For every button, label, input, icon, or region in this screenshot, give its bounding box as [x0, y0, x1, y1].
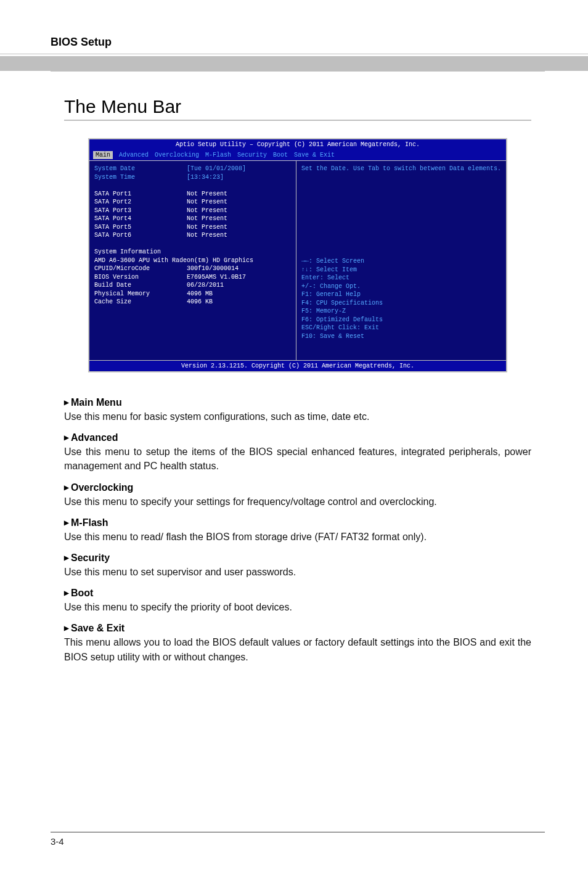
bios-right-pane: Set the Date. Use Tab to switch between …: [296, 161, 506, 360]
bios-row: CPUID/MicroCode300f10/3000014: [94, 265, 291, 273]
bios-row: Build Date06/28/2011: [94, 281, 291, 290]
page-footer: 3-4: [51, 832, 545, 847]
menu-item-desc: Use this menu for basic system configura…: [64, 409, 531, 424]
bios-tab-boot[interactable]: Boot: [273, 151, 288, 160]
bios-titlebar: Aptio Setup Utility – Copyright (C) 2011…: [89, 139, 506, 150]
menu-item-title: Main Menu: [64, 397, 531, 408]
bios-tab-security[interactable]: Security: [237, 151, 267, 160]
menu-item-title: Overclocking: [64, 482, 531, 493]
menu-item-desc: Use this menu to specify the priority of…: [64, 600, 531, 614]
page-title: The Menu Bar: [64, 96, 531, 117]
bios-key-hint: →←: Select Screen: [301, 257, 501, 266]
bios-key-hint: Enter: Select: [301, 274, 501, 282]
bios-footer: Version 2.13.1215. Copyright (C) 2011 Am…: [89, 360, 506, 372]
bios-row: SATA Port6Not Present: [94, 231, 291, 240]
menu-item: Save & ExitThis menu allows you to load …: [64, 623, 531, 663]
bios-key-hint: F10: Save & Reset: [301, 332, 501, 341]
page-number: 3-4: [51, 836, 64, 847]
menu-item: BootUse this menu to specify the priorit…: [64, 588, 531, 614]
menu-item: OverclockingUse this menu to specify you…: [64, 482, 531, 509]
bios-body: System Date[Tue 01/01/2008]System Time[1…: [89, 160, 506, 360]
bios-key-hint: F4: CPU Specifications: [301, 299, 501, 308]
bios-key-hint: F5: Memory-Z: [301, 307, 501, 316]
bios-row: SATA Port1Not Present: [94, 190, 291, 199]
menu-item: SecurityUse this menu to set supervisor …: [64, 552, 531, 579]
bios-row: SATA Port5Not Present: [94, 223, 291, 232]
bios-tab-overclocking[interactable]: Overclocking: [155, 151, 199, 160]
menu-item-desc: Use this menu to setup the items of the …: [64, 445, 531, 473]
menu-item-title: M-Flash: [64, 517, 531, 528]
bios-help-text: Set the Date. Use Tab to switch between …: [296, 161, 506, 218]
bios-tab-advanced[interactable]: Advanced: [119, 151, 149, 160]
menu-item-title: Save & Exit: [64, 623, 531, 634]
bios-row: Cache Size4096 KB: [94, 298, 291, 306]
bios-tab-save-exit[interactable]: Save & Exit: [294, 151, 335, 160]
title-rule: [64, 120, 531, 121]
bios-cpu-name: AMD A6-3600 APU with Radeon(tm) HD Graph…: [94, 257, 291, 265]
bios-key-hint: F6: Optimized Defaults: [301, 316, 501, 324]
menu-item-desc: Use this menu to read/ flash the BIOS fr…: [64, 530, 531, 544]
bios-row: SATA Port4Not Present: [94, 215, 291, 223]
menu-descriptions: Main MenuUse this menu for basic system …: [64, 397, 531, 664]
bios-key-hint: ESC/Right Click: Exit: [301, 324, 501, 332]
content: The Menu Bar Aptio Setup Utility – Copyr…: [51, 71, 545, 664]
menu-item-desc: Use this menu to specify your settings f…: [64, 495, 531, 509]
bios-tab-m-flash[interactable]: M-Flash: [205, 151, 231, 160]
bios-row: Physical Memory4096 MB: [94, 290, 291, 298]
bios-key-hint: F1: General Help: [301, 290, 501, 299]
bios-sysinfo-header: System Information: [94, 248, 291, 257]
bios-row: System Time[13:34:23]: [94, 173, 291, 182]
section-header: BIOS Setup: [51, 36, 545, 49]
bios-tabs: MainAdvancedOverclockingM-FlashSecurityB…: [89, 150, 506, 161]
bios-screenshot: Aptio Setup Utility – Copyright (C) 2011…: [88, 138, 507, 372]
bios-row: System Date[Tue 01/01/2008]: [94, 165, 291, 173]
menu-item: Main MenuUse this menu for basic system …: [64, 397, 531, 424]
bios-key-hint: ↑↓: Select Item: [301, 266, 501, 274]
menu-item-title: Boot: [64, 588, 531, 599]
page: BIOS Setup The Menu Bar Aptio Setup Util…: [0, 0, 588, 883]
menu-item-desc: This menu allows you to load the BIOS de…: [64, 635, 531, 663]
bios-row: BIOS VersionE7695AMS V1.0B17: [94, 273, 291, 282]
menu-item-desc: Use this menu to set supervisor and user…: [64, 565, 531, 579]
bios-tab-main[interactable]: Main: [93, 151, 113, 160]
menu-item-title: Advanced: [64, 432, 531, 443]
bios-row: SATA Port2Not Present: [94, 198, 291, 207]
menu-item-title: Security: [64, 552, 531, 564]
bios-help-line: Set the Date. Use Tab to switch between …: [301, 165, 501, 173]
menu-item: AdvancedUse this menu to setup the items…: [64, 432, 531, 473]
header-band: [0, 56, 588, 71]
bios-left-pane: System Date[Tue 01/01/2008]System Time[1…: [89, 161, 296, 360]
bios-row: SATA Port3Not Present: [94, 207, 291, 215]
bios-key-hint: +/-: Change Opt.: [301, 282, 501, 291]
menu-item: M-FlashUse this menu to read/ flash the …: [64, 517, 531, 544]
bios-key-help: →←: Select Screen↑↓: Select ItemEnter: S…: [296, 253, 506, 359]
